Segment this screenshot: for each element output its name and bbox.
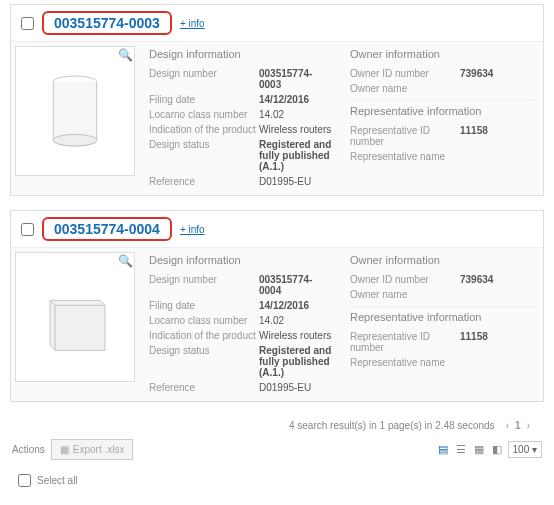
select-all-checkbox[interactable] xyxy=(18,474,31,487)
actions-label: Actions xyxy=(12,444,45,455)
more-info-link[interactable]: + info xyxy=(180,224,205,235)
thumbnail-wrap: 🔍 xyxy=(11,42,141,195)
svg-point-1 xyxy=(53,134,96,146)
rep-info-heading: Representative information xyxy=(350,105,535,117)
rep-info-heading: Representative information xyxy=(350,311,535,323)
pager-next[interactable]: › xyxy=(527,420,530,431)
per-page-select[interactable]: 100 ▾ xyxy=(508,441,542,458)
design-number-link[interactable]: 003515774-0004 xyxy=(42,217,172,241)
results-summary: 4 search result(s) in 1 page(s) in 2.48 … xyxy=(0,416,554,435)
owner-rep-col: Owner information Owner ID number739634 … xyxy=(342,254,543,395)
result-card: 003515774-0003 + info 🔍 Design informati… xyxy=(10,4,544,196)
owner-info-heading: Owner information xyxy=(350,254,535,266)
zoom-icon[interactable]: 🔍 xyxy=(118,254,133,268)
pager: ‹ 1 › xyxy=(506,420,530,431)
zoom-icon[interactable]: 🔍 xyxy=(118,48,133,62)
owner-rep-col: Owner information Owner ID number739634 … xyxy=(342,48,543,189)
pager-current: 1 xyxy=(515,420,521,431)
more-info-link[interactable]: + info xyxy=(180,18,205,29)
view-list-compact-icon[interactable]: ☰ xyxy=(454,443,468,457)
view-list-detail-icon[interactable]: ▤ xyxy=(436,443,450,457)
export-xlsx-button[interactable]: ▦ Export .xlsx xyxy=(51,439,134,460)
view-large-icon[interactable]: ◧ xyxy=(490,443,504,457)
design-thumbnail[interactable] xyxy=(15,46,135,176)
design-number-link[interactable]: 003515774-0003 xyxy=(42,11,172,35)
thumbnail-wrap: 🔍 xyxy=(11,248,141,401)
design-info-col: Design information Design number00351577… xyxy=(141,254,342,395)
view-grid-icon[interactable]: ▦ xyxy=(472,443,486,457)
owner-info-heading: Owner information xyxy=(350,48,535,60)
select-result-checkbox[interactable] xyxy=(21,17,34,30)
design-info-heading: Design information xyxy=(149,48,334,60)
card-header: 003515774-0004 + info xyxy=(11,211,543,247)
result-card: 003515774-0004 + info 🔍 Design informati… xyxy=(10,210,544,402)
excel-icon: ▦ xyxy=(60,444,69,455)
design-thumbnail[interactable] xyxy=(15,252,135,382)
design-info-heading: Design information xyxy=(149,254,334,266)
design-info-col: Design information Design number00351577… xyxy=(141,48,342,189)
select-all-label: Select all xyxy=(37,475,78,486)
card-header: 003515774-0003 + info xyxy=(11,5,543,41)
pager-prev[interactable]: ‹ xyxy=(506,420,509,431)
select-result-checkbox[interactable] xyxy=(21,223,34,236)
